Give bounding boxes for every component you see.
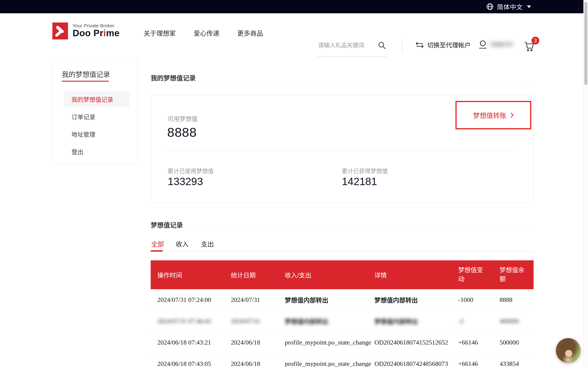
column-header-0: 操作时间 (157, 270, 231, 279)
cell-detail: 梦想值内部转出 (374, 295, 458, 304)
used-value: 133293 (168, 175, 203, 188)
tab-1[interactable]: 收入 (176, 239, 189, 248)
cell-time: 2024/07/31 07:24:00 (157, 296, 231, 303)
chevron-right-icon (510, 112, 514, 118)
column-header-4: 梦想值变动 (458, 266, 500, 284)
cell-time: 2024/06/18 07:43:05 (157, 360, 231, 367)
records-table-body: 2024/07/31 07:24:002024/07/31梦想值内部转出梦想值内… (151, 289, 534, 367)
records-table: 操作时间统计日期收入/支出详情梦想值变动梦想值余额 2024/07/31 07:… (151, 260, 534, 367)
username-blurred: F888707 (490, 41, 518, 48)
cell-inout: profile_mypoint.po_state_change (285, 360, 374, 367)
doo-prime-logo[interactable]: Your Private Broker Doo Prime (52, 23, 120, 40)
cell-detail: 梦想值内部转出 (374, 317, 458, 326)
dream-value-summary-card: 可用梦想值 8888 梦想值转账 累计已使用梦想值 133293 累计已获得梦想… (151, 95, 534, 203)
nav-item-1[interactable]: 爱心传递 (194, 28, 219, 38)
cell-inout: 梦想值内部转出 (285, 295, 374, 304)
page-title: 我的梦想值记录 (151, 73, 196, 82)
records-section-title: 梦想值记录 (151, 220, 183, 229)
search-icon[interactable] (378, 41, 386, 50)
scrollbar-thumb[interactable] (584, 2, 587, 85)
divider (151, 85, 534, 85)
column-header-2: 收入/支出 (285, 270, 374, 279)
cell-change: -1000 (458, 296, 500, 303)
earned-value-label: 累计已获得梦想值 (342, 167, 388, 175)
switch-account-button[interactable]: 切换至代理帐户 (415, 40, 471, 49)
cart-count-badge: 3 (531, 37, 539, 44)
tabs-divider (151, 251, 534, 252)
logo-mark-icon (52, 23, 68, 40)
cell-inout: profile_mypoint.po_state_change (285, 339, 374, 346)
top-bar: 简体中文 (0, 0, 588, 13)
cell-time: 2024/06/18 07:43:21 (157, 339, 231, 346)
records-table-header: 操作时间统计日期收入/支出详情梦想值变动梦想值余额 (151, 260, 534, 289)
globe-icon (486, 3, 494, 10)
active-tab-underline (151, 250, 163, 252)
cell-change: -2 (458, 317, 500, 325)
language-label: 简体中文 (497, 2, 523, 11)
table-row: 2024/07/31 07:24:002024/07/31梦想值内部转出梦想值内… (151, 289, 534, 311)
used-value-label: 累计已使用梦想值 (168, 167, 214, 175)
nav-item-2[interactable]: 更多商品 (237, 28, 263, 38)
sidebar-title: 我的梦想值记录 (62, 69, 110, 79)
cell-change: +66146 (458, 339, 500, 346)
available-value-label: 可用梦想值 (168, 114, 198, 123)
cell-date: 2024/07/31 (231, 296, 285, 303)
nav-item-0[interactable]: 关于理想家 (144, 28, 176, 38)
cell-time: 2024/07/31 07:46:43 (157, 317, 231, 325)
cell-date: 2024/06/18 (231, 339, 285, 346)
tab-0[interactable]: 全部 (151, 239, 164, 248)
swap-arrows-icon (415, 42, 424, 48)
cell-date: 2024/06/18 (231, 360, 285, 367)
cell-detail: OD20240618074248568073 (374, 360, 458, 367)
table-row: 2024/06/18 07:43:052024/06/18profile_myp… (151, 353, 534, 367)
header-divider (402, 39, 402, 53)
cell-balance: 433854 (500, 360, 534, 367)
transfer-link[interactable]: 梦想值转账 (473, 110, 514, 120)
chevron-down-icon (527, 6, 531, 8)
cell-date: 2024/07/31 (231, 317, 285, 325)
webcam-avatar[interactable] (556, 338, 581, 363)
search-input[interactable] (318, 38, 376, 52)
cell-detail: OD20240618074152512652 (374, 339, 458, 346)
logo-brand: Doo Prime (73, 28, 120, 38)
available-value: 8888 (167, 125, 197, 140)
language-selector[interactable]: 简体中文 (486, 2, 531, 11)
card-divider (168, 151, 517, 151)
tab-2[interactable]: 支出 (201, 239, 214, 248)
annotation-highlight-box: 梦想值转账 (456, 101, 531, 129)
cell-balance: 400000 (500, 317, 534, 325)
transfer-link-label: 梦想值转账 (473, 110, 506, 120)
switch-account-label: 切换至代理帐户 (427, 40, 471, 49)
sidebar-item-2[interactable]: 地址管理 (53, 126, 138, 142)
column-header-1: 统计日期 (231, 270, 285, 279)
sidebar-menu: 我的梦想值记录订单记录地址管理登出 (53, 91, 138, 161)
main-nav: 关于理想家爱心传递更多商品 (144, 13, 263, 53)
table-row: 2024/06/18 07:43:212024/06/18profile_myp… (151, 332, 534, 353)
column-header-5: 梦想值余额 (500, 266, 534, 284)
cell-balance: 500000 (500, 339, 534, 346)
records-tabs: 全部收入支出 (151, 235, 534, 252)
cell-inout: 梦想值内部转出 (285, 317, 374, 326)
table-row: 2024/07/31 07:46:432024/07/31梦想值内部转出梦想值内… (151, 311, 534, 332)
sidebar-item-3[interactable]: 登出 (53, 144, 138, 159)
sidebar-title-underline (62, 81, 109, 82)
logo-tagline: Your Private Broker (73, 23, 120, 28)
user-icon (478, 40, 487, 50)
account-menu[interactable]: F888707 (478, 40, 518, 50)
cell-change: +66146 (458, 360, 500, 367)
cell-balance: 8888 (500, 296, 534, 303)
page-scrollbar[interactable] (583, 0, 588, 367)
sidebar-item-1[interactable]: 订单记录 (53, 109, 138, 125)
earned-value: 142181 (342, 175, 377, 188)
cart-button[interactable]: 3 (523, 39, 538, 53)
divider (151, 228, 534, 229)
site-header: Your Private Broker Doo Prime 关于理想家爱心传递更… (0, 13, 588, 53)
sidebar-item-0[interactable]: 我的梦想值记录 (64, 91, 130, 107)
sidebar: 我的梦想值记录 我的梦想值记录订单记录地址管理登出 (53, 58, 138, 164)
search-box (318, 38, 387, 57)
column-header-3: 详情 (374, 270, 458, 279)
